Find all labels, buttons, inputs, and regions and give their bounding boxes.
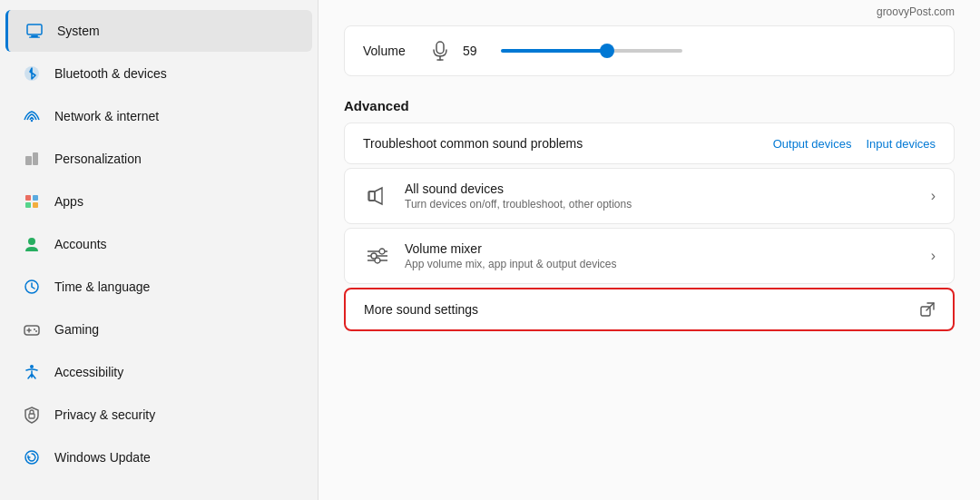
volume-slider-container [501, 49, 936, 53]
sidebar-item-accessibility[interactable]: Accessibility [5, 351, 312, 393]
sidebar-item-label: Gaming [54, 322, 99, 337]
svg-point-11 [28, 238, 35, 245]
sidebar-item-privacy[interactable]: Privacy & security [5, 394, 312, 436]
sidebar-item-label: Windows Update [54, 450, 151, 465]
more-sound-settings-card[interactable]: More sound settings [344, 288, 955, 331]
all-sound-devices-row[interactable]: All sound devices Turn devices on/off, t… [345, 169, 954, 223]
advanced-section-title: Advanced [344, 94, 955, 113]
sidebar-item-update[interactable]: Windows Update [5, 436, 312, 478]
troubleshoot-row: Troubleshoot common sound problems Outpu… [345, 123, 954, 163]
more-sound-settings-row[interactable]: More sound settings [346, 289, 953, 329]
input-devices-link[interactable]: Input devices [866, 137, 936, 151]
volume-slider[interactable] [501, 49, 682, 53]
svg-point-15 [35, 330, 37, 332]
svg-rect-8 [33, 195, 38, 201]
volume-value: 59 [463, 44, 486, 58]
sidebar-item-gaming[interactable]: Gaming [5, 309, 312, 350]
svg-rect-5 [25, 156, 32, 165]
accounts-icon [22, 234, 42, 254]
volume-label: Volume [363, 44, 417, 58]
sidebar-item-label: Privacy & security [54, 407, 155, 422]
svg-rect-6 [33, 152, 38, 165]
svg-rect-2 [29, 37, 40, 38]
all-sound-devices-sub: Turn devices on/off, troubleshoot, other… [405, 198, 918, 211]
sidebar-item-system[interactable]: System [5, 10, 312, 52]
volume-card: Volume 59 [344, 25, 955, 76]
svg-rect-7 [25, 195, 31, 201]
sidebar-item-label: Accounts [54, 237, 107, 251]
sidebar-item-network[interactable]: Network & internet [5, 95, 312, 137]
mic-icon [432, 41, 448, 61]
sidebar-item-label: Apps [54, 194, 83, 209]
network-icon [22, 106, 42, 126]
sidebar-item-label: System [57, 24, 100, 38]
svg-rect-10 [33, 202, 38, 208]
sidebar-item-label: Personalization [54, 152, 142, 166]
update-icon [22, 447, 42, 467]
more-sound-settings-label: More sound settings [364, 302, 478, 317]
svg-point-14 [34, 328, 35, 330]
all-sound-devices-title: All sound devices [405, 181, 918, 196]
sidebar-item-bluetooth[interactable]: Bluetooth & devices [5, 53, 312, 94]
svg-rect-0 [27, 25, 42, 34]
personalization-icon [22, 149, 42, 169]
chevron-right-icon: › [931, 188, 936, 204]
svg-rect-19 [436, 42, 444, 54]
apps-icon [22, 191, 42, 211]
chevron-right-icon2: › [931, 248, 936, 264]
external-link-icon [920, 302, 935, 317]
sidebar-item-label: Accessibility [54, 365, 123, 379]
volume-mixer-card[interactable]: Volume mixer App volume mix, app input &… [344, 228, 955, 284]
bluetooth-icon [22, 64, 42, 83]
svg-point-18 [25, 451, 38, 464]
time-icon [22, 277, 42, 297]
accessibility-icon [22, 362, 42, 382]
gaming-icon [22, 319, 42, 339]
system-icon [24, 21, 44, 41]
sidebar-item-personalization[interactable]: Personalization [5, 138, 312, 180]
troubleshoot-links: Output devices Input devices [773, 137, 936, 151]
sidebar-item-time[interactable]: Time & language [5, 266, 312, 308]
svg-rect-22 [369, 191, 375, 201]
all-sound-devices-card[interactable]: All sound devices Turn devices on/off, t… [344, 168, 955, 224]
all-sound-devices-text: All sound devices Turn devices on/off, t… [405, 181, 918, 211]
volume-mixer-title: Volume mixer [405, 241, 918, 256]
speaker-icon [363, 181, 392, 211]
volume-mixer-sub: App volume mix, app input & output devic… [405, 258, 918, 270]
svg-point-16 [30, 365, 34, 368]
volume-mixer-icon [363, 241, 392, 270]
sidebar-item-apps[interactable]: Apps [5, 181, 312, 222]
privacy-icon [22, 405, 42, 425]
sidebar-item-label: Network & internet [54, 109, 159, 123]
svg-rect-17 [29, 414, 34, 418]
sidebar-item-accounts[interactable]: Accounts [5, 223, 312, 265]
svg-rect-9 [25, 202, 31, 208]
main-content: groovyPost.com Volume 59 Advanced Troubl… [318, 0, 980, 500]
volume-mixer-row[interactable]: Volume mixer App volume mix, app input &… [345, 229, 954, 283]
volume-mixer-text: Volume mixer App volume mix, app input &… [405, 241, 918, 270]
sidebar-item-label: Time & language [54, 279, 150, 294]
svg-point-30 [375, 258, 380, 263]
output-devices-link[interactable]: Output devices [773, 137, 852, 151]
troubleshoot-card: Troubleshoot common sound problems Outpu… [344, 123, 955, 164]
sidebar-item-label: Bluetooth & devices [54, 66, 167, 81]
troubleshoot-label: Troubleshoot common sound problems [363, 136, 583, 151]
svg-point-27 [379, 249, 385, 254]
watermark: groovyPost.com [877, 5, 955, 18]
sidebar: System Bluetooth & devices Network & int… [0, 0, 318, 500]
svg-point-4 [31, 120, 33, 122]
